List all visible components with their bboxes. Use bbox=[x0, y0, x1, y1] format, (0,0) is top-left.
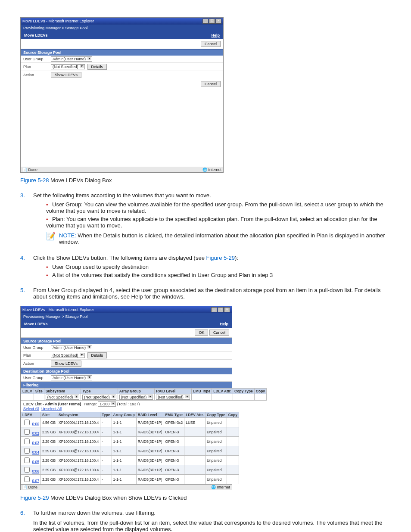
step-3-bullet-1: User Group: You can view the volumes ava… bbox=[46, 201, 391, 214]
ldev-link[interactable]: 0:06 bbox=[32, 469, 39, 473]
step-5-number: 5. bbox=[20, 287, 33, 300]
filter-array-group[interactable]: (Not Specified) bbox=[119, 395, 153, 400]
ldev-link[interactable]: 0:03 bbox=[32, 441, 39, 445]
breadcrumb-2: Provisioning Manager > Storage Pool bbox=[21, 313, 232, 320]
filtering-header: Filtering bbox=[21, 382, 232, 388]
details-button[interactable]: Details bbox=[87, 64, 107, 70]
ldev-link[interactable]: 0:02 bbox=[32, 431, 39, 436]
row-checkbox[interactable] bbox=[24, 448, 30, 454]
table-row: 0:022.29 GBXP10000@172.16.100.4-1-1-1RAI… bbox=[21, 427, 239, 437]
max-icon[interactable]: □ bbox=[218, 307, 224, 312]
max-icon[interactable]: □ bbox=[209, 19, 215, 24]
details-button-2[interactable]: Details bbox=[87, 352, 107, 358]
ldev-link[interactable]: 0:04 bbox=[32, 450, 39, 454]
step-6-body: In the list of volumes, from the pull-do… bbox=[33, 520, 391, 532]
cancel-button[interactable]: Cancel bbox=[201, 41, 221, 47]
min-icon[interactable]: _ bbox=[202, 19, 209, 24]
close-icon[interactable]: × bbox=[215, 19, 221, 24]
ldev-list-title: LDEV List - Admin (User Home) bbox=[23, 402, 81, 406]
row-checkbox[interactable] bbox=[24, 467, 30, 473]
window-title: Move LDEVs - Microsoft Internet Explorer bbox=[22, 19, 94, 23]
plan-label: Plan bbox=[23, 65, 48, 69]
user-group-label: User Group bbox=[23, 57, 48, 61]
user-group-select-2[interactable]: Admin(User Home) bbox=[51, 345, 92, 350]
min-icon[interactable]: _ bbox=[211, 307, 217, 312]
figure-5-28-caption: Figure 5-28 Move LDEVs Dialog Box bbox=[20, 177, 391, 184]
ie-done-icon: 📄 bbox=[22, 168, 27, 172]
ldev-list-table: LDEVSizeSubsystemTypeArray GroupRAID Lev… bbox=[21, 412, 239, 484]
internet-zone-icon: 🌐 bbox=[202, 168, 207, 172]
row-checkbox[interactable] bbox=[24, 457, 30, 463]
figure-5-29-caption: Figure 5-29 Move LDEVs Dialog Box when S… bbox=[20, 495, 391, 501]
table-row: 0:042.29 GBXP10000@172.16.100.4-1-1-1RAI… bbox=[21, 446, 239, 456]
row-checkbox[interactable] bbox=[24, 420, 30, 425]
step-4-bullet-2: A list of the volumes that satisfy the c… bbox=[46, 272, 391, 278]
plan-select-2[interactable]: (Not Specified) bbox=[51, 353, 85, 358]
action-label: Action bbox=[23, 73, 48, 77]
window-title-2: Move LDEVs - Microsoft Internet Explorer bbox=[22, 308, 94, 312]
note-label: NOTE: bbox=[59, 232, 78, 239]
help-link[interactable]: Help bbox=[211, 33, 220, 37]
status-zone: Internet bbox=[208, 168, 221, 172]
filter-raid[interactable]: (Not Specified) bbox=[156, 395, 190, 400]
row-checkbox[interactable] bbox=[24, 429, 30, 435]
ie-done-icon: 📄 bbox=[22, 485, 27, 489]
table-row: 0:072.29 GBXP10000@172.16.100.4-1-1-1RAI… bbox=[21, 475, 239, 484]
show-ldevs-button-2[interactable]: Show LDEVs bbox=[51, 361, 81, 367]
filter-subsystem[interactable]: (Not Specified) bbox=[46, 395, 80, 400]
cancel-button-3[interactable]: Cancel bbox=[209, 330, 229, 336]
user-group-select[interactable]: Admin(User Home) bbox=[51, 56, 92, 62]
step-4-lead: Click the Show LDEVs button. The followi… bbox=[33, 255, 391, 261]
row-checkbox[interactable] bbox=[24, 476, 30, 482]
table-row: 0:062.29 GBXP10000@172.16.100.4-1-1-1RAI… bbox=[21, 465, 239, 475]
step-4-number: 4. bbox=[20, 255, 33, 281]
total-count: (Total : 1937) bbox=[117, 402, 140, 406]
figure-5-29-window: Move LDEVs - Microsoft Internet Explorer… bbox=[20, 306, 232, 490]
page-title-2: Move LDEVs bbox=[24, 322, 48, 326]
note-text: When the Details button is clicked, the … bbox=[59, 232, 385, 245]
ldev-link[interactable]: 0:05 bbox=[32, 460, 39, 464]
ok-button[interactable]: OK bbox=[195, 330, 208, 336]
figure-5-28-window: Move LDEVs - Microsoft Internet Explorer… bbox=[20, 17, 224, 173]
select-all-link[interactable]: Select All bbox=[23, 407, 39, 411]
step-6-number: 6. bbox=[20, 510, 33, 532]
step-3-lead: Set the following items according to the… bbox=[33, 192, 391, 199]
breadcrumb: Provisioning Manager > Storage Pool bbox=[21, 25, 223, 31]
status-done: Done bbox=[28, 168, 38, 172]
step-5-text: From User Group displayed in 4, select t… bbox=[33, 287, 391, 300]
table-row: 0:004.56 GBXP10000@172.16.100.4-1-1-1RAI… bbox=[21, 418, 239, 427]
source-pool-header-2: Source Storage Pool bbox=[21, 338, 232, 344]
page-title: Move LDEVs bbox=[24, 33, 48, 37]
ldev-link[interactable]: 0:07 bbox=[32, 479, 39, 483]
step-6-lead: To further narrow down the volumes, use … bbox=[33, 510, 391, 516]
step-4-bullet-1: User Group used to specify destination bbox=[46, 264, 391, 270]
step-3-bullet-2: Plan: You can view the volumes applicabl… bbox=[46, 216, 391, 229]
table-row: 0:032.29 GBXP10000@172.16.100.4-1-1-1RAI… bbox=[21, 437, 239, 446]
close-icon[interactable]: × bbox=[224, 307, 230, 312]
help-link-2[interactable]: Help bbox=[220, 322, 228, 326]
range-select[interactable]: 1-100 bbox=[98, 401, 116, 407]
show-ldevs-button[interactable]: Show LDEVs bbox=[51, 72, 81, 78]
unselect-all-link[interactable]: Unselect All bbox=[41, 407, 62, 411]
filtering-table: LDEVSizeSubsystemTypeArray GroupRAID Lev… bbox=[21, 388, 267, 401]
source-pool-header: Source Storage Pool bbox=[21, 49, 223, 56]
cancel-button-2[interactable]: Cancel bbox=[201, 81, 221, 87]
filter-type[interactable]: (Not Specified) bbox=[82, 395, 116, 400]
step-3-number: 3. bbox=[20, 192, 33, 249]
note-icon: 📝 bbox=[46, 232, 56, 245]
ldev-link[interactable]: 0:00 bbox=[32, 422, 39, 426]
plan-select[interactable]: (Not Specified) bbox=[51, 64, 85, 69]
internet-zone-icon: 🌐 bbox=[211, 485, 216, 489]
row-checkbox[interactable] bbox=[24, 439, 30, 444]
dest-pool-header: Destination Storage Pool bbox=[21, 368, 232, 374]
dest-user-group-select[interactable]: Admin(User Home) bbox=[51, 375, 92, 380]
table-row: 0:052.29 GBXP10000@172.16.100.4-1-1-1RAI… bbox=[21, 456, 239, 465]
